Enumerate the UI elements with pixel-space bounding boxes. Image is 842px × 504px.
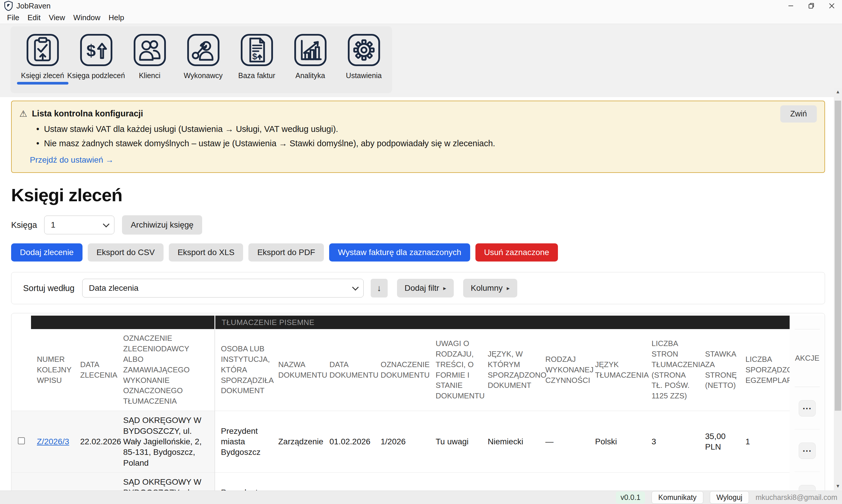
triangle-right-icon: ▸ [443,285,446,292]
logout-button[interactable]: Wyloguj [710,491,749,504]
toolbar-item-label: Baza faktur [238,71,275,80]
user-email: mkucharski8@gmail.com [755,493,837,502]
banner-title: Lista kontrolna konfiguracji [32,109,143,119]
column-header-2: DATA ZLECENIA [74,329,117,411]
menu-item-file[interactable]: File [3,12,23,23]
scroll-down-arrow-icon[interactable]: ▼ [834,482,842,490]
scroll-up-arrow-icon[interactable]: ▲ [834,88,842,96]
wystaw-fakture-dla-zaznaczonych-button[interactable]: Wystaw fakturę dla zaznaczonych [329,244,470,262]
eksport-do-pdf-button[interactable]: Eksport do PDF [248,244,324,262]
column-header-3: OZNACZENIE ZLECENIODAWCY ALBO ZAMAWIAJĄC… [117,329,215,411]
table-cell: Polski [589,411,646,473]
toolbar-item-ksiega-podzlecen[interactable]: $Księga podzleceń [69,33,123,80]
table-header-row: NUMER KOLEJNY WPISUDATA ZLECENIAOZNACZEN… [12,329,790,411]
add-filter-button[interactable]: Dodaj filtr▸ [397,279,454,298]
toolbar-item-analityka[interactable]: Analityka [284,33,337,80]
menu-item-view[interactable]: View [45,12,69,23]
toolbar-item-label: Ustawienia [346,71,381,80]
entry-number-link[interactable]: Z/2026/3 [37,437,69,446]
actions-cell: ... [790,429,825,472]
menu-bar: FileEditViewWindowHelp [0,12,842,24]
table-cell: 01.02.2026 [324,411,375,473]
toolbar-item-baza-faktur[interactable]: $Baza faktur [230,33,284,80]
banner-bullet: Ustaw stawki VAT dla każdej usługi (Usta… [36,124,816,134]
add-filter-label: Dodaj filtr [405,284,439,293]
row-actions-button[interactable]: ... [799,443,816,459]
chart-icon [293,33,328,67]
row-actions-button[interactable]: ... [799,400,816,416]
columns-label: Kolumny [471,284,503,293]
restore-button[interactable] [801,0,822,12]
chevron-down-icon [352,284,359,291]
collapse-banner-button[interactable]: Zwiń [780,105,817,123]
columns-button[interactable]: Kolumny▸ [463,279,517,298]
table-cell: Prezydent miasta Bydgoszcz [215,411,272,473]
sort-by-label: Sortuj według [23,284,75,293]
triangle-right-icon: ▸ [507,285,509,292]
invoice-icon: $ [239,33,274,67]
sort-filter-card: Sortuj według Data zlecenia ↓ Dodaj filt… [11,272,825,304]
archive-book-button[interactable]: Archiwizuj księgę [122,215,202,235]
toolbar-item-klienci[interactable]: Klienci [123,33,176,80]
eksport-do-xls-button[interactable]: Eksport do XLS [169,244,244,262]
menu-item-window[interactable]: Window [69,12,105,23]
vertical-scrollbar-thumb[interactable] [835,101,841,411]
vertical-scrollbar[interactable]: ▲ ▼ [834,88,842,490]
clipboard-check-icon [25,33,60,67]
table-scroll-area[interactable]: TŁUMACZENIE PISEMNE NUMER KOLEJNY WPISUD… [12,316,790,504]
version-badge: v0.0.1 [616,491,645,503]
book-select[interactable]: 1 [44,216,114,234]
toolbar-item-label: Wykonawcy [184,71,222,80]
toolbar-item-label: Klienci [139,71,161,80]
table-cell: Niemiecki [482,411,539,473]
table-cell: Tu uwagi [430,411,482,473]
book-row: Księga 1 Archiwizuj księgę [11,215,842,235]
group-header-pisemne: TŁUMACZENIE PISEMNE [215,316,790,329]
sort-by-value: Data zlecenia [89,284,139,293]
column-header-13: STAWKA ZA STRONĘ (NETTO) [699,329,740,411]
toolbar-item-ustawienia[interactable]: Ustawienia [337,33,391,80]
row-checkbox[interactable] [18,437,25,444]
status-bar: v0.0.1 Komunikaty Wyloguj mkucharski8@gm… [0,490,842,504]
column-header-10: RODZAJ WYKONANEJ CZYNNOŚCI [539,329,589,411]
banner-bullets: Ustaw stawki VAT dla każdej usługi (Usta… [36,124,816,148]
messages-button[interactable]: Komunikaty [651,491,703,504]
table-group-band: TŁUMACZENIE PISEMNE [12,316,790,329]
table-cell: Zarządzenie [272,411,324,473]
actions-column-rows: ......... [790,387,825,504]
main-content: ⚠ Lista kontrolna konfiguracji Ustaw sta… [0,101,842,504]
dodaj-zlecenie-button[interactable]: Dodaj zlecenie [11,244,83,262]
actions-column: AKCJE ......... [790,316,825,504]
warning-icon: ⚠ [19,109,27,118]
table-cell: 3 [646,411,699,473]
book-label: Księga [11,220,37,230]
table-row: Z/2026/322.02.2026SĄD OKRĘGOWY W BYDGOSZ… [12,411,790,473]
window-controls [781,0,842,12]
actions-cell: ... [790,387,825,429]
minimize-button[interactable] [781,0,801,12]
menu-item-help[interactable]: Help [105,12,128,23]
toolbar-item-wykonawcy[interactable]: Wykonawcy [176,33,230,80]
toolbar-strip: Księgi zleceń$Księga podzleceńKlienciWyk… [0,24,842,97]
table-cell: 35,00 PLN [699,411,740,473]
sort-by-select[interactable]: Data zlecenia [82,279,364,298]
orders-table: TŁUMACZENIE PISEMNE NUMER KOLEJNY WPISUD… [12,316,790,504]
table-cell: 22.02.2026 [74,411,117,473]
sort-direction-button[interactable]: ↓ [371,279,388,298]
toolbar: Księgi zleceń$Księga podzleceńKlienciWyk… [11,26,392,93]
close-button[interactable] [822,0,842,12]
chevron-down-icon [103,221,109,228]
usun-zaznaczone-button[interactable]: Usuń zaznaczone [476,244,558,262]
table-cell: SĄD OKRĘGOWY W BYDGOSZCZY, ul. Wały Jagi… [117,411,215,473]
eksport-do-csv-button[interactable]: Eksport do CSV [88,244,164,262]
menu-item-edit[interactable]: Edit [23,12,45,23]
banner-bullet: Nie masz żadnych stawek domyślnych – ust… [36,139,816,148]
column-header-12: LICZBA STRON TŁUMACZENIA (STRONA TŁ. POŚ… [646,329,699,411]
table-cell: 1 [740,411,790,473]
gear-icon [347,33,381,67]
toolbar-item-label: Analityka [295,71,325,80]
orders-table-card: TŁUMACZENIE PISEMNE NUMER KOLEJNY WPISUD… [11,313,825,504]
table-cell: 1/2026 [375,411,430,473]
go-to-settings-link[interactable]: Przejdź do ustawień → [30,155,113,165]
toolbar-item-ksiegi-zlecen[interactable]: Księgi zleceń [16,33,69,80]
